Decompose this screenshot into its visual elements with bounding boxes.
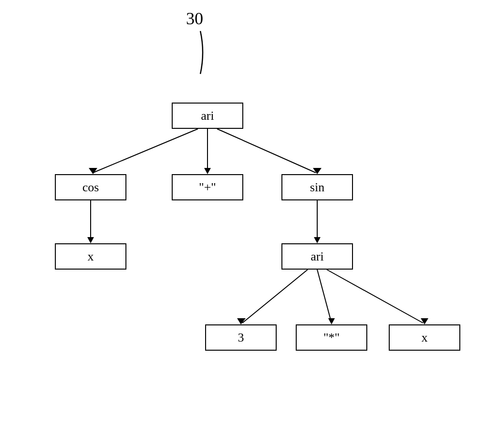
diagram-container: 30 <box>0 0 477 448</box>
node-x1: x <box>55 243 126 270</box>
node-sin: sin <box>281 174 353 200</box>
svg-overlay <box>0 0 477 448</box>
svg-line-10 <box>242 270 308 323</box>
svg-line-0 <box>93 129 198 173</box>
node-ari2: ari <box>281 243 353 270</box>
svg-marker-7 <box>87 237 94 243</box>
svg-line-4 <box>217 129 316 173</box>
node-root-ari: ari <box>172 103 243 129</box>
svg-marker-13 <box>328 318 335 324</box>
svg-marker-11 <box>237 318 246 324</box>
node-star: "*" <box>296 324 367 351</box>
svg-marker-1 <box>89 168 97 174</box>
svg-marker-15 <box>421 318 428 324</box>
svg-line-14 <box>327 270 423 323</box>
svg-marker-3 <box>204 168 211 174</box>
node-plus: "+" <box>172 174 243 200</box>
figure-label: 30 <box>186 9 203 29</box>
node-cos: cos <box>55 174 126 200</box>
svg-line-12 <box>317 270 332 323</box>
node-three: 3 <box>205 324 277 351</box>
svg-marker-5 <box>313 168 321 174</box>
node-x2: x <box>389 324 460 351</box>
svg-marker-9 <box>314 237 321 243</box>
